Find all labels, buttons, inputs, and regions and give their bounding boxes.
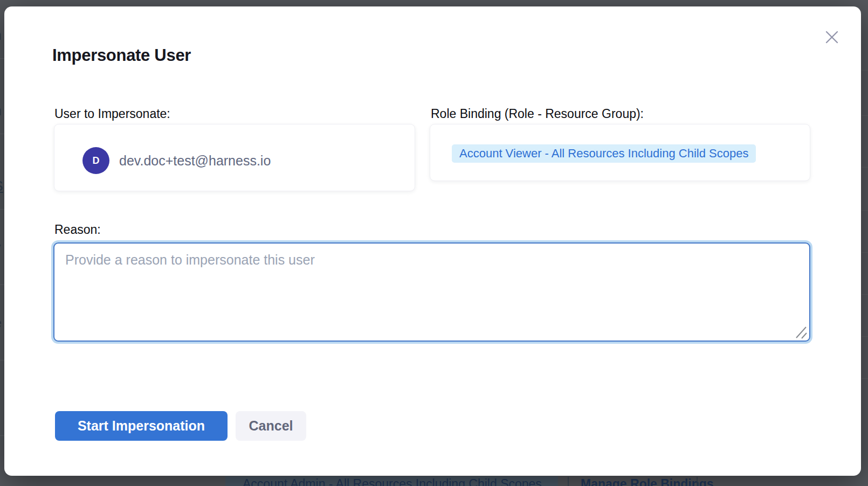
bg-manage-role-bindings-link: Manage Role Bindings — [581, 476, 714, 486]
role-binding-tag: Account Viewer - All Resources Including… — [452, 144, 756, 163]
bg-separator — [697, 477, 698, 486]
screen: n n S v e t Account Admin - All Resource… — [0, 0, 868, 486]
close-icon — [824, 30, 839, 45]
bg-separator — [568, 477, 569, 486]
start-impersonation-button[interactable]: Start Impersonation — [55, 411, 228, 441]
role-binding-card: Account Viewer - All Resources Including… — [430, 124, 810, 181]
bg-table-divider — [0, 284, 4, 285]
close-button[interactable] — [822, 27, 842, 47]
bg-table-divider — [0, 435, 4, 436]
bg-table-divider — [862, 378, 868, 379]
bg-table-divider — [0, 58, 4, 59]
user-email: dev.doc+test@harness.io — [119, 147, 271, 174]
bg-table-divider — [862, 294, 868, 295]
resize-handle-icon[interactable] — [795, 323, 809, 339]
impersonate-user-modal: Impersonate User User to Impersonate: D … — [4, 6, 861, 476]
user-card: D dev.doc+test@harness.io — [54, 124, 415, 191]
role-binding-label: Role Binding (Role - Resource Group): — [431, 106, 644, 122]
bg-table-divider — [862, 336, 868, 337]
user-to-impersonate-label: User to Impersonate: — [54, 106, 170, 122]
reason-textarea[interactable] — [53, 242, 810, 342]
bg-table-divider — [0, 360, 4, 360]
modal-title: Impersonate User — [52, 45, 191, 66]
user-avatar: D — [82, 147, 109, 174]
reason-label: Reason: — [54, 221, 101, 238]
bg-table-divider — [862, 167, 868, 168]
bg-table-divider — [862, 252, 868, 253]
bg-role-binding-tag: Account Admin - All Resources Including … — [225, 476, 558, 486]
bg-table-divider — [862, 70, 868, 71]
cancel-button[interactable]: Cancel — [236, 411, 306, 441]
bg-table-divider — [0, 209, 4, 210]
bg-table-divider — [0, 134, 4, 134]
bg-table-divider — [862, 115, 868, 116]
bg-table-divider — [862, 210, 868, 211]
